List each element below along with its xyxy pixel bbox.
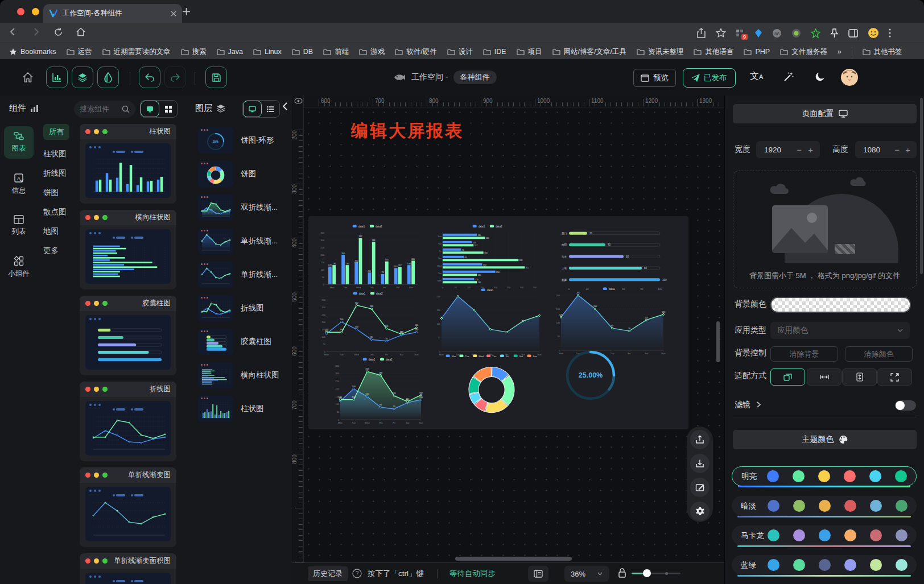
component-card-单折线渐变图[interactable]: 单折线渐变图 xyxy=(80,467,176,547)
bookmarks-root[interactable]: Bookmarks xyxy=(9,48,56,56)
height-minus[interactable]: − xyxy=(894,145,900,155)
layer-item-柱状图[interactable]: 柱状图 xyxy=(198,396,289,422)
export-button[interactable] xyxy=(690,430,710,449)
undo-button[interactable] xyxy=(139,67,160,88)
bookmark-folder[interactable]: IDE xyxy=(483,48,506,56)
language-icon[interactable]: 文A xyxy=(750,71,763,82)
extension-green-icon[interactable] xyxy=(791,28,801,38)
zoom-select[interactable]: 36% xyxy=(564,566,609,582)
bookmark-folder[interactable]: 近期需要读的文章 xyxy=(102,47,171,57)
width-minus[interactable]: − xyxy=(797,145,802,155)
layer-item-饼图[interactable]: 饼图 xyxy=(198,161,289,187)
preview-button[interactable]: 预览 xyxy=(633,69,676,87)
extension-star-icon[interactable] xyxy=(811,28,820,38)
forward-icon[interactable] xyxy=(31,27,41,37)
chart-progress-ring[interactable]: 25.00% xyxy=(556,346,625,405)
canvas-horizontal-scrollbar[interactable] xyxy=(455,557,572,561)
layers-thumb-view-toggle[interactable] xyxy=(243,101,262,117)
bookmark-folder[interactable]: 软件/硬件 xyxy=(395,47,436,57)
component-card-单折线渐变面积图[interactable]: 单折线渐变面积图 xyxy=(80,553,176,584)
share-icon[interactable] xyxy=(696,28,706,39)
theme-tool-button[interactable] xyxy=(97,67,119,88)
sidebar-item-小组件[interactable]: 小组件 xyxy=(4,251,34,284)
zoom-slider-knob[interactable] xyxy=(643,569,651,577)
new-tab-button[interactable] xyxy=(182,7,191,16)
window-close-button[interactable] xyxy=(17,8,24,15)
category-地图[interactable]: 地图 xyxy=(43,226,59,237)
bookmark-folder[interactable]: DB xyxy=(292,48,313,56)
canvas-text-element[interactable]: 编辑大屏报表 xyxy=(351,119,464,143)
layers-list-view-toggle[interactable] xyxy=(262,101,279,117)
chart-line-grouped[interactable]: data1data2050100150200250300350MonTueWed… xyxy=(317,290,420,357)
layer-item-单折线渐...[interactable]: 单折线渐... xyxy=(198,262,289,288)
app-home-icon[interactable] xyxy=(22,71,34,84)
chart-bar-grouped[interactable]: data1data2050100150200250300350MonTueWed… xyxy=(316,223,420,290)
tab-close-icon[interactable] xyxy=(171,11,176,16)
charts-tool-button[interactable] xyxy=(46,67,68,88)
component-card-胶囊柱图[interactable]: 胶囊柱图 xyxy=(80,296,176,375)
chart-capsule[interactable]: 厦门20南阳40北京60上海80新疆100020406080100 xyxy=(553,225,673,292)
category-所有[interactable]: 所有 xyxy=(43,124,69,140)
extension-tabs-icon[interactable]: 9 xyxy=(736,28,745,38)
bookmark-folder[interactable]: 其他语言 xyxy=(694,47,733,57)
page-config-header[interactable]: 页面配置 xyxy=(733,104,917,123)
config-scrollbar[interactable] xyxy=(920,98,923,274)
clear-background-button[interactable]: 清除背景 xyxy=(770,346,838,362)
bookmark-folder[interactable]: 游戏 xyxy=(359,47,385,57)
chrome-menu-icon[interactable] xyxy=(889,28,891,38)
import-button[interactable] xyxy=(690,454,710,473)
component-card-折线图[interactable]: 折线图 xyxy=(80,382,176,461)
bookmark-folder[interactable]: 前端 xyxy=(323,47,349,57)
chart-line-dual-area[interactable]: data1data2050100150200250300350MonTueWed… xyxy=(332,356,424,425)
bookmark-folder[interactable]: 设计 xyxy=(447,47,473,57)
collapse-panel-icon[interactable] xyxy=(282,102,287,110)
fit-scale-button[interactable] xyxy=(770,368,805,386)
bookmarks-overflow-chevron[interactable]: » xyxy=(838,48,842,56)
fit-width-button[interactable] xyxy=(807,368,842,386)
canvas-vertical-scrollbar[interactable] xyxy=(716,321,720,362)
edit-button[interactable] xyxy=(690,478,710,497)
category-散点图[interactable]: 散点图 xyxy=(43,207,67,217)
project-name-pill[interactable]: 各种组件 xyxy=(453,71,497,84)
user-avatar[interactable] xyxy=(841,69,858,86)
bookmark-folder[interactable]: Java xyxy=(217,48,243,56)
layers-tool-button[interactable] xyxy=(72,67,93,88)
bookmark-folder[interactable]: 网站/博客/文章/工具 xyxy=(552,47,626,57)
sidebar-item-图表[interactable]: 图表 xyxy=(4,126,34,159)
redo-button[interactable] xyxy=(164,67,186,88)
help-icon[interactable]: ? xyxy=(352,569,362,578)
theme-row-蓝绿[interactable]: 蓝绿 xyxy=(732,555,917,575)
save-button[interactable] xyxy=(205,67,227,88)
app-type-select[interactable]: 应用颜色 xyxy=(770,322,910,339)
fit-height-button[interactable] xyxy=(842,368,877,386)
ruler-eye-icon[interactable] xyxy=(294,97,303,105)
bookmark-folder[interactable]: Linux xyxy=(253,48,282,56)
width-plus[interactable]: + xyxy=(808,145,813,155)
zoom-lock-icon[interactable] xyxy=(618,568,626,578)
component-card-柱状图[interactable]: 柱状图 xyxy=(80,124,176,204)
height-input[interactable]: 1080 − + xyxy=(855,141,917,158)
grid-view-toggle[interactable] xyxy=(159,101,177,117)
layer-item-胶囊柱图[interactable]: 胶囊柱图 xyxy=(198,329,289,355)
search-input[interactable]: 搜索组件 xyxy=(74,101,135,118)
extension-blue-icon[interactable] xyxy=(754,28,762,38)
theme-row-暗淡[interactable]: 暗淡 xyxy=(732,496,917,516)
layer-item-饼图-环形[interactable]: 25%饼图-环形 xyxy=(198,127,289,154)
extension-gray-icon[interactable]: 88 xyxy=(772,28,782,38)
filter-expand-chevron[interactable] xyxy=(757,401,761,408)
other-bookmarks-folder[interactable]: 其他书签 xyxy=(863,47,902,57)
theme-row-马卡龙[interactable]: 马卡龙 xyxy=(732,525,917,545)
dashboard-preview[interactable]: data1data2050100150200250300350MonTueWed… xyxy=(308,216,688,429)
dark-mode-moon-icon[interactable] xyxy=(815,71,826,82)
history-button[interactable]: 历史记录 xyxy=(308,566,348,581)
chart-donut[interactable]: MonTueWedThuFriSatSun xyxy=(442,353,542,420)
component-card-横向柱状图[interactable]: 横向柱状图 xyxy=(80,210,176,289)
background-upload-area[interactable]: 背景图需小于 5M ， 格式为 png/jpg/gif 的文件 xyxy=(733,171,917,288)
bg-color-swatch[interactable] xyxy=(770,297,911,313)
back-icon[interactable] xyxy=(8,27,18,37)
layer-item-横向柱状图[interactable]: 横向柱状图 xyxy=(198,362,289,388)
bookmark-folder[interactable]: 项目 xyxy=(517,47,542,57)
category-饼图[interactable]: 饼图 xyxy=(43,188,59,198)
magic-wand-icon[interactable] xyxy=(783,71,794,82)
bookmark-folder[interactable]: 资讯未整理 xyxy=(637,47,684,57)
